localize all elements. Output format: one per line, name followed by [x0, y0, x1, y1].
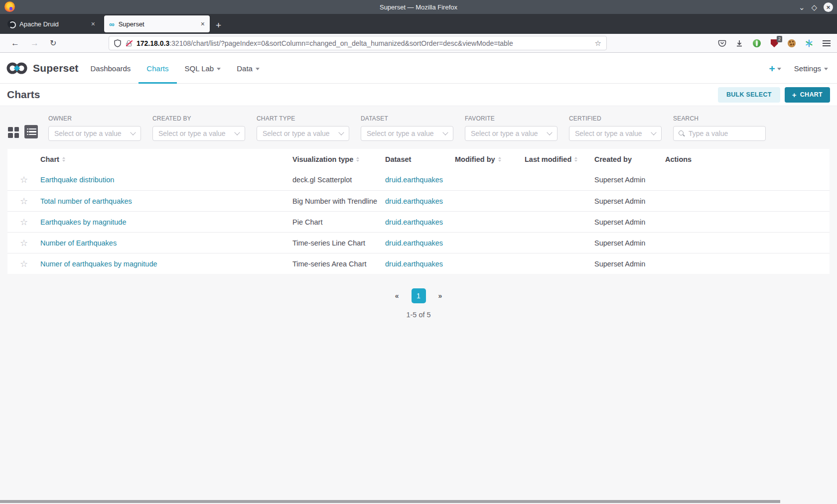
- dataset-link[interactable]: druid.earthquakes: [385, 260, 455, 268]
- pocket-icon[interactable]: [717, 39, 726, 48]
- dataset-link[interactable]: druid.earthquakes: [385, 239, 455, 247]
- dataset-select[interactable]: Select or type a value: [361, 126, 453, 141]
- chevron-down-icon: [547, 129, 552, 135]
- horizontal-scrollbar-thumb[interactable]: [0, 500, 780, 503]
- add-chart-button[interactable]: + CHART: [785, 87, 830, 103]
- column-label: Created by: [594, 155, 632, 163]
- viz-type-cell: Time-series Area Chart: [292, 260, 385, 268]
- table-row[interactable]: ☆ Numer of earthquakes by magnitude Time…: [7, 253, 830, 274]
- settings-menu-button[interactable]: Settings: [794, 64, 828, 73]
- chevron-down-icon: [442, 129, 448, 135]
- tab-title: Superset: [119, 20, 197, 28]
- bookmark-star-icon[interactable]: ☆: [595, 39, 601, 48]
- favorite-star-icon[interactable]: ☆: [20, 218, 28, 227]
- pagination-next-button[interactable]: »: [438, 292, 442, 300]
- chart-link[interactable]: Numer of earthquakes by magnitude: [40, 260, 292, 268]
- created-by-cell: Superset Admin: [594, 239, 665, 247]
- asterisk-extension-icon[interactable]: [805, 39, 814, 48]
- column-label: Modified by: [455, 155, 495, 163]
- page-subheader: Charts BULK SELECT + CHART: [0, 84, 837, 106]
- favorite-star-icon[interactable]: ☆: [20, 197, 28, 206]
- column-header-modified-by[interactable]: Modified by: [455, 155, 525, 163]
- window-close-button[interactable]: ×: [824, 2, 833, 12]
- favorite-star-icon[interactable]: ☆: [20, 239, 28, 248]
- pagination-summary: 1-5 of 5: [0, 311, 837, 319]
- select-placeholder: Select or type a value: [367, 129, 434, 137]
- insecure-lock-icon[interactable]: [126, 40, 132, 47]
- created-by-select[interactable]: Select or type a value: [152, 126, 245, 141]
- table-row[interactable]: ☆ Earthquake distribution deck.gl Scatte…: [7, 169, 830, 190]
- column-header-visualization-type[interactable]: Visualization type: [292, 155, 385, 163]
- superset-logo[interactable]: Superset: [6, 61, 78, 75]
- nav-item-dashboards[interactable]: Dashboards: [82, 53, 139, 83]
- browser-tab-superset[interactable]: ∞ Superset ×: [104, 15, 210, 32]
- favorite-select[interactable]: Select or type a value: [465, 126, 558, 141]
- table-row[interactable]: ☆ Total number of earthquakes Big Number…: [7, 190, 830, 211]
- column-header-last-modified[interactable]: Last modified: [525, 155, 594, 163]
- back-button[interactable]: ←: [11, 39, 19, 47]
- table-row[interactable]: ☆ Earthquakes by magnitude Pie Chart dru…: [7, 211, 830, 232]
- certified-select[interactable]: Select or type a value: [569, 126, 662, 141]
- pagination-page-button[interactable]: 1: [412, 288, 426, 303]
- column-header-chart[interactable]: Chart: [40, 155, 292, 163]
- menu-hamburger-icon[interactable]: [822, 39, 831, 48]
- new-tab-button[interactable]: +: [216, 20, 221, 30]
- forward-button: →: [30, 39, 39, 47]
- search-input[interactable]: [689, 129, 761, 137]
- card-view-icon[interactable]: [8, 127, 19, 138]
- filters-row: OWNER Select or type a value CREATED BY …: [48, 115, 837, 141]
- sort-icon: [498, 157, 501, 162]
- dataset-link[interactable]: druid.earthquakes: [385, 218, 455, 226]
- filter-certified: CERTIFIED Select or type a value: [569, 115, 662, 141]
- select-placeholder: Select or type a value: [471, 129, 538, 137]
- cookie-extension-icon[interactable]: [787, 39, 796, 48]
- tab-title: Apache Druid: [19, 20, 87, 28]
- chart-link[interactable]: Number of Earthquakes: [40, 239, 292, 247]
- chevron-down-icon: [234, 129, 240, 135]
- extension-green-icon[interactable]: [752, 39, 761, 48]
- page-title: Charts: [7, 89, 40, 101]
- ublock-origin-icon[interactable]: 2: [770, 39, 779, 48]
- window-controls: ⌄ ◇ ×: [799, 0, 833, 14]
- tracking-protection-shield-icon[interactable]: [114, 39, 121, 47]
- dataset-link[interactable]: druid.earthquakes: [385, 176, 455, 184]
- filter-dataset: DATASET Select or type a value: [361, 115, 453, 141]
- list-view-icon[interactable]: [24, 125, 38, 138]
- chart-link[interactable]: Earthquakes by magnitude: [40, 218, 292, 226]
- nav-item-charts[interactable]: Charts: [139, 53, 176, 83]
- table-header: Chart Visualization type Dataset Modifie…: [7, 149, 830, 169]
- chart-link[interactable]: Total number of earthquakes: [40, 197, 292, 205]
- address-bar[interactable]: 172.18.0.3:32108/chart/list/?pageIndex=0…: [109, 36, 607, 50]
- downloads-icon[interactable]: [735, 39, 744, 48]
- created-by-cell: Superset Admin: [594, 260, 665, 268]
- window-titlebar: Superset — Mozilla Firefox ⌄ ◇ ×: [0, 0, 837, 14]
- subheader-actions: BULK SELECT + CHART: [718, 87, 830, 103]
- pagination-prev-button[interactable]: «: [395, 292, 399, 300]
- window-minimize-button[interactable]: ⌄: [799, 3, 805, 11]
- sort-icon: [574, 157, 577, 162]
- column-label: Visualization type: [292, 155, 353, 163]
- nav-item-sql-lab[interactable]: SQL Lab: [177, 53, 229, 83]
- tab-close-icon[interactable]: ×: [91, 20, 95, 28]
- reload-button[interactable]: ↻: [50, 39, 56, 47]
- owner-select[interactable]: Select or type a value: [48, 126, 141, 141]
- favorite-star-icon[interactable]: ☆: [20, 175, 28, 184]
- table-row[interactable]: ☆ Number of Earthquakes Time-series Line…: [7, 232, 830, 253]
- column-header-created-by: Created by: [594, 155, 665, 163]
- window-maximize-button[interactable]: ◇: [811, 3, 817, 11]
- browser-tab-apache-druid[interactable]: Apache Druid ×: [2, 15, 100, 32]
- toolbar-right-icons: 2: [717, 34, 831, 53]
- chart-link[interactable]: Earthquake distribution: [40, 176, 292, 184]
- dataset-link[interactable]: druid.earthquakes: [385, 197, 455, 205]
- nav-item-data[interactable]: Data: [229, 53, 268, 83]
- favorite-star-icon[interactable]: ☆: [20, 259, 28, 268]
- tab-close-icon[interactable]: ×: [201, 20, 205, 28]
- url-text[interactable]: 172.18.0.3:32108/chart/list/?pageIndex=0…: [137, 39, 590, 47]
- add-new-menu-button[interactable]: +: [769, 63, 781, 74]
- browser-toolbar: ← → ↻ 172.18.0.3:32108/chart/list/?pageI…: [0, 34, 837, 53]
- bulk-select-button[interactable]: BULK SELECT: [718, 87, 780, 103]
- filter-zone: OWNER Select or type a value CREATED BY …: [0, 106, 837, 141]
- settings-label: Settings: [794, 64, 821, 73]
- chart-type-select[interactable]: Select or type a value: [257, 126, 349, 141]
- chevron-down-icon: [824, 68, 828, 70]
